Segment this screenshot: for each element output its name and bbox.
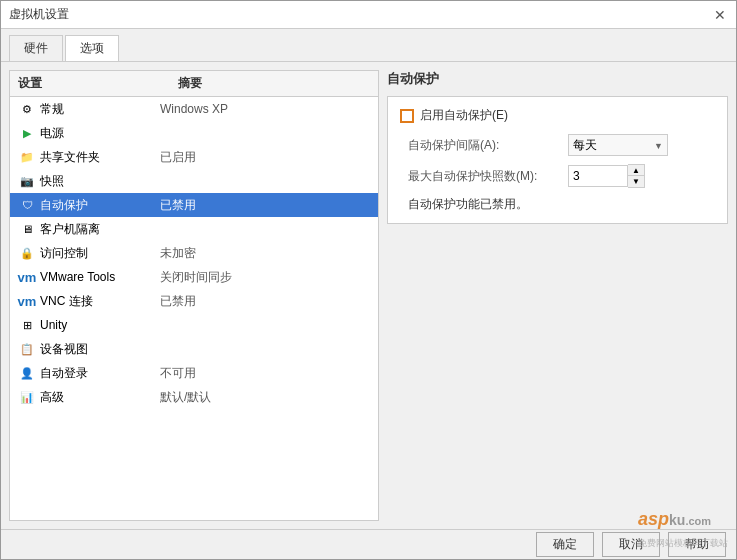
- max-snapshots-input[interactable]: [568, 165, 628, 187]
- item-label-auto-protect: 自动保护: [40, 197, 160, 214]
- item-label-access-control: 访问控制: [40, 245, 160, 262]
- content-area: 设置 摘要 ⚙ 常规 Windows XP ▶ 电源 📁 共享文件夹 已启用: [1, 62, 736, 529]
- max-snapshots-row: 最大自动保护快照数(M): ▲ ▼: [400, 164, 715, 188]
- settings-list: ⚙ 常规 Windows XP ▶ 电源 📁 共享文件夹 已启用 📷 快照: [10, 97, 378, 520]
- item-label-shared-folders: 共享文件夹: [40, 149, 160, 166]
- item-value-vmware-tools: 关闭时间同步: [160, 269, 232, 286]
- device-icon: 📋: [18, 340, 36, 358]
- item-label-guest-isolation: 客户机隔离: [40, 221, 160, 238]
- enable-label: 启用自动保护(E): [420, 107, 508, 124]
- settings-item-unity[interactable]: ⊞ Unity: [10, 313, 378, 337]
- watermark: aspku.com 免费网站模板码下载站: [638, 509, 728, 551]
- right-panel: 自动保护 启用自动保护(E) 自动保护间隔(A): 每天 最大: [387, 70, 728, 521]
- interval-row: 自动保护间隔(A): 每天: [400, 134, 715, 156]
- title-bar: 虚拟机设置 ✕: [1, 1, 736, 29]
- vnc-icon: vm: [18, 292, 36, 310]
- close-button[interactable]: ✕: [712, 7, 728, 23]
- window-title: 虚拟机设置: [9, 6, 69, 23]
- tabs-bar: 硬件 选项: [1, 29, 736, 62]
- max-snapshots-label: 最大自动保护快照数(M):: [408, 168, 568, 185]
- enable-row: 启用自动保护(E): [400, 107, 715, 124]
- item-value-auto-protect: 已禁用: [160, 197, 196, 214]
- item-label-device-view: 设备视图: [40, 341, 160, 358]
- left-panel-header: 设置 摘要: [10, 71, 378, 97]
- left-panel: 设置 摘要 ⚙ 常规 Windows XP ▶ 电源 📁 共享文件夹 已启用: [9, 70, 379, 521]
- bottom-bar: 确定 取消 帮助: [1, 529, 736, 559]
- item-label-power: 电源: [40, 125, 160, 142]
- settings-item-power[interactable]: ▶ 电源: [10, 121, 378, 145]
- tab-hardware[interactable]: 硬件: [9, 35, 63, 61]
- ok-button[interactable]: 确定: [536, 532, 594, 557]
- interval-value: 每天: [573, 137, 597, 154]
- section-title: 自动保护: [387, 70, 728, 88]
- item-value-auto-login: 不可用: [160, 365, 196, 382]
- advanced-icon: 📊: [18, 388, 36, 406]
- autologin-icon: 👤: [18, 364, 36, 382]
- settings-item-device-view[interactable]: 📋 设备视图: [10, 337, 378, 361]
- item-label-advanced: 高级: [40, 389, 160, 406]
- item-value-shared-folders: 已启用: [160, 149, 196, 166]
- status-text: 自动保护功能已禁用。: [400, 196, 715, 213]
- dropdown-arrow-icon: [654, 138, 663, 152]
- settings-item-auto-protect[interactable]: 🛡 自动保护 已禁用: [10, 193, 378, 217]
- vmware-icon: vm: [18, 268, 36, 286]
- item-label-unity: Unity: [40, 318, 160, 332]
- snapshot-icon: 📷: [18, 172, 36, 190]
- settings-item-auto-login[interactable]: 👤 自动登录 不可用: [10, 361, 378, 385]
- col-summary: 摘要: [170, 71, 210, 96]
- interval-dropdown[interactable]: 每天: [568, 134, 668, 156]
- item-value-general: Windows XP: [160, 102, 228, 116]
- item-value-access-control: 未加密: [160, 245, 196, 262]
- tab-options[interactable]: 选项: [65, 35, 119, 61]
- unity-icon: ⊞: [18, 316, 36, 334]
- item-label-snapshot: 快照: [40, 173, 160, 190]
- settings-item-vnc[interactable]: vm VNC 连接 已禁用: [10, 289, 378, 313]
- item-label-general: 常规: [40, 101, 160, 118]
- spinner-up-button[interactable]: ▲: [628, 165, 644, 176]
- lock-icon: 🔒: [18, 244, 36, 262]
- spinner-buttons: ▲ ▼: [628, 164, 645, 188]
- power-icon: ▶: [18, 124, 36, 142]
- settings-item-advanced[interactable]: 📊 高级 默认/默认: [10, 385, 378, 409]
- section-box: 启用自动保护(E) 自动保护间隔(A): 每天 最大自动保护快照数(M):: [387, 96, 728, 224]
- folder-icon: 📁: [18, 148, 36, 166]
- settings-item-shared-folders[interactable]: 📁 共享文件夹 已启用: [10, 145, 378, 169]
- enable-checkbox[interactable]: [400, 109, 414, 123]
- settings-item-general[interactable]: ⚙ 常规 Windows XP: [10, 97, 378, 121]
- shield-icon: 🛡: [18, 196, 36, 214]
- item-value-vnc: 已禁用: [160, 293, 196, 310]
- vm-icon: 🖥: [18, 220, 36, 238]
- item-value-advanced: 默认/默认: [160, 389, 211, 406]
- item-label-vnc: VNC 连接: [40, 293, 160, 310]
- interval-label: 自动保护间隔(A):: [408, 137, 568, 154]
- settings-item-vmware-tools[interactable]: vm VMware Tools 关闭时间同步: [10, 265, 378, 289]
- item-label-vmware-tools: VMware Tools: [40, 270, 160, 284]
- gear-icon: ⚙: [18, 100, 36, 118]
- main-window: 虚拟机设置 ✕ 硬件 选项 设置 摘要 ⚙ 常规 Windows XP ▶ 电源: [0, 0, 737, 560]
- settings-item-snapshot[interactable]: 📷 快照: [10, 169, 378, 193]
- spinner-down-button[interactable]: ▼: [628, 176, 644, 187]
- col-setting: 设置: [10, 71, 170, 96]
- settings-item-guest-isolation[interactable]: 🖥 客户机隔离: [10, 217, 378, 241]
- max-snapshots-spinner: ▲ ▼: [568, 164, 645, 188]
- settings-item-access-control[interactable]: 🔒 访问控制 未加密: [10, 241, 378, 265]
- item-label-auto-login: 自动登录: [40, 365, 160, 382]
